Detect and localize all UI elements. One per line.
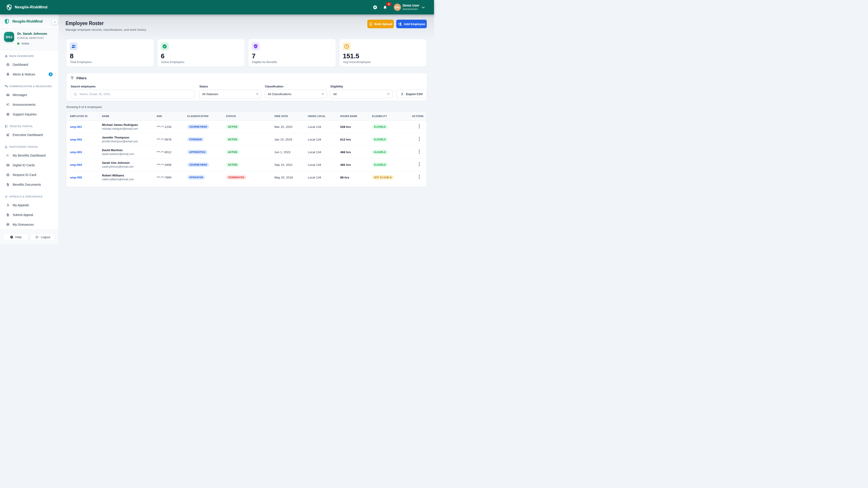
- svg-text:?: ?: [11, 236, 12, 238]
- svg-text:PDF: PDF: [7, 185, 9, 186]
- svg-text:?: ?: [7, 113, 8, 116]
